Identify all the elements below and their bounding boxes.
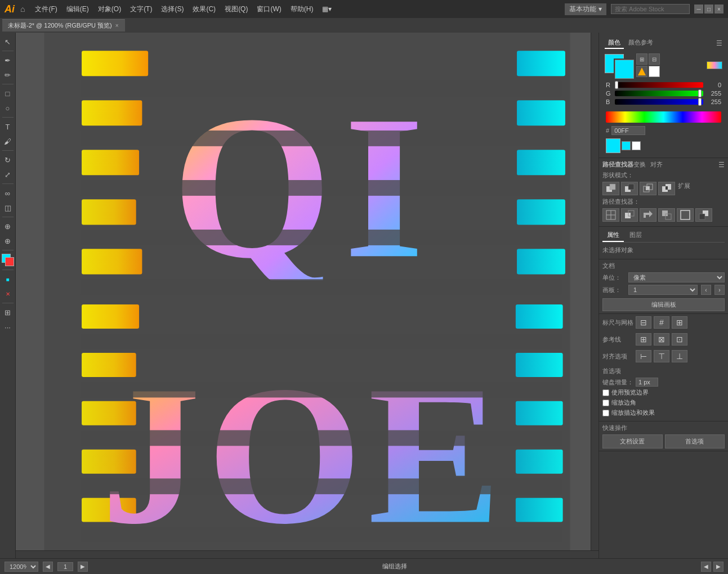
vertical-scrollbar[interactable] xyxy=(591,33,599,558)
show-guides-icon[interactable]: ⊞ xyxy=(636,333,651,346)
background-swatch[interactable] xyxy=(615,60,634,79)
pathfinder-menu[interactable]: ☰ xyxy=(718,161,725,169)
home-icon[interactable]: ⌂ xyxy=(20,5,25,14)
merge-button[interactable] xyxy=(640,208,656,222)
cyan-swatch[interactable] xyxy=(606,138,620,153)
r-slider[interactable] xyxy=(615,82,703,88)
tab-color[interactable]: 颜色 xyxy=(605,37,624,49)
play-prev-button[interactable]: ◀ xyxy=(701,562,711,572)
workspace-button[interactable]: 基本功能 ▾ xyxy=(565,3,606,15)
gradient-preview-swatch[interactable] xyxy=(707,61,722,69)
exclude-button[interactable] xyxy=(658,182,675,195)
zoom-select[interactable]: 1200% xyxy=(5,562,38,572)
minimize-button[interactable]: ─ xyxy=(694,5,703,14)
scale-effects-checkbox[interactable] xyxy=(602,410,609,416)
scale-corners-checkbox[interactable] xyxy=(602,400,609,406)
selection-tool[interactable]: ↖ xyxy=(1,35,15,48)
fill-none-icon[interactable]: ✕ xyxy=(1,287,15,301)
use-preview-checkbox[interactable] xyxy=(602,389,609,396)
make-guides-icon[interactable]: ⊡ xyxy=(672,333,687,346)
blend-tool[interactable]: ∞ xyxy=(1,186,15,200)
menu-window[interactable]: 窗口(W) xyxy=(253,3,284,15)
r-slider-thumb[interactable] xyxy=(615,81,618,89)
close-button[interactable]: × xyxy=(714,5,723,14)
artboard-next[interactable]: › xyxy=(714,285,725,295)
paintbrush-tool[interactable]: 🖌 xyxy=(1,134,15,148)
more-tools[interactable]: ··· xyxy=(1,320,15,334)
gradient-tool[interactable]: ◫ xyxy=(1,201,15,214)
trim-button[interactable] xyxy=(621,208,638,222)
document-tab[interactable]: 未标题-2* @ 1200% (RGB/GPU 预览) × xyxy=(2,19,125,32)
artboard-prev[interactable]: ‹ xyxy=(701,285,711,295)
new-swatch-icon[interactable]: ⊞ xyxy=(636,53,647,65)
menu-select[interactable]: 选择(S) xyxy=(158,3,187,15)
nudge-input[interactable] xyxy=(636,378,658,387)
lock-guides-icon[interactable]: ⊠ xyxy=(654,333,669,346)
color-selector[interactable] xyxy=(2,254,14,266)
tab-color-reference[interactable]: 颜色参考 xyxy=(625,37,656,49)
snap-icon3[interactable]: ⊥ xyxy=(672,350,687,362)
expand-label[interactable]: 扩展 xyxy=(678,182,690,195)
pathfinder-tab-transform[interactable]: 变换 xyxy=(633,160,646,169)
page-number-input[interactable] xyxy=(57,562,73,571)
white-swatch[interactable] xyxy=(649,66,660,77)
artboard-select[interactable]: 1 xyxy=(628,285,698,295)
divide-button[interactable] xyxy=(602,208,619,222)
menu-text[interactable]: 文字(T) xyxy=(127,3,155,15)
preferences-button[interactable]: 首选项 xyxy=(665,434,725,449)
menu-view[interactable]: 视图(Q) xyxy=(221,3,251,15)
crop-button[interactable] xyxy=(658,208,675,222)
horizontal-scrollbar[interactable] xyxy=(16,550,599,558)
menu-object[interactable]: 对象(O) xyxy=(95,3,124,15)
maximize-button[interactable]: □ xyxy=(704,5,713,14)
play-button[interactable]: ▶ xyxy=(713,562,723,572)
menu-help[interactable]: 帮助(H) xyxy=(287,3,317,15)
eyedropper-tool[interactable]: ⊕ xyxy=(1,219,15,233)
rectangle-tool[interactable]: □ xyxy=(1,87,15,100)
grid-icon[interactable]: # xyxy=(654,316,669,329)
next-page-button[interactable]: ▶ xyxy=(78,562,88,572)
panel-menu-icon[interactable]: ☰ xyxy=(716,39,722,47)
scale-tool[interactable]: ⤢ xyxy=(1,168,15,181)
text-tool[interactable]: T xyxy=(1,120,15,133)
delete-swatch-icon[interactable]: ⊟ xyxy=(649,53,660,65)
artboard-tool[interactable]: ⊞ xyxy=(1,306,15,319)
tab-properties[interactable]: 属性 xyxy=(602,229,624,242)
menu-grid[interactable]: ▦▾ xyxy=(319,4,335,14)
pixel-grid-icon[interactable]: ⊞ xyxy=(672,316,687,329)
ellipse-tool[interactable]: ○ xyxy=(1,101,15,115)
menu-edit[interactable]: 编辑(E) xyxy=(63,3,92,15)
ruler-icon[interactable]: ⊟ xyxy=(636,316,651,329)
prev-page-button[interactable]: ◀ xyxy=(43,562,53,572)
pathfinder-tab-align[interactable]: 对齐 xyxy=(650,160,663,169)
unit-select[interactable]: 像素 xyxy=(628,272,725,282)
color-spectrum-bar[interactable] xyxy=(606,111,721,123)
menu-effect[interactable]: 效果(C) xyxy=(189,3,219,15)
g-slider[interactable] xyxy=(615,91,703,96)
background-color[interactable] xyxy=(5,257,14,266)
hex-input[interactable] xyxy=(611,126,645,135)
rotate-tool[interactable]: ↻ xyxy=(1,153,15,167)
tab-layers[interactable]: 图层 xyxy=(625,229,646,242)
swap-colors-icon[interactable]: ■ xyxy=(1,272,15,286)
tab-close-button[interactable]: × xyxy=(115,23,119,29)
menu-file[interactable]: 文件(F) xyxy=(32,3,60,15)
pen-tool[interactable]: ✒ xyxy=(1,53,15,67)
g-slider-thumb[interactable] xyxy=(698,89,702,97)
snap-icon1[interactable]: ⊢ xyxy=(636,350,651,362)
search-input[interactable] xyxy=(611,4,690,14)
pencil-tool[interactable]: ✏ xyxy=(1,68,15,82)
snap-icon2[interactable]: ⊤ xyxy=(654,350,669,362)
zoom-tool[interactable]: ⊕ xyxy=(1,234,15,248)
unite-button[interactable] xyxy=(602,182,619,195)
white-swatch-small[interactable] xyxy=(632,141,641,150)
minus-front-button[interactable] xyxy=(621,182,638,195)
doc-settings-button[interactable]: 文档设置 xyxy=(602,434,663,449)
b-slider[interactable] xyxy=(615,99,703,105)
edit-artboard-button[interactable]: 编辑画板 xyxy=(602,298,725,311)
b-slider-thumb[interactable] xyxy=(698,98,702,106)
outline-button[interactable] xyxy=(677,208,694,222)
intersect-button[interactable] xyxy=(640,182,656,195)
minus-back-button[interactable] xyxy=(695,208,712,222)
cyan-swatch-small[interactable] xyxy=(622,141,631,150)
